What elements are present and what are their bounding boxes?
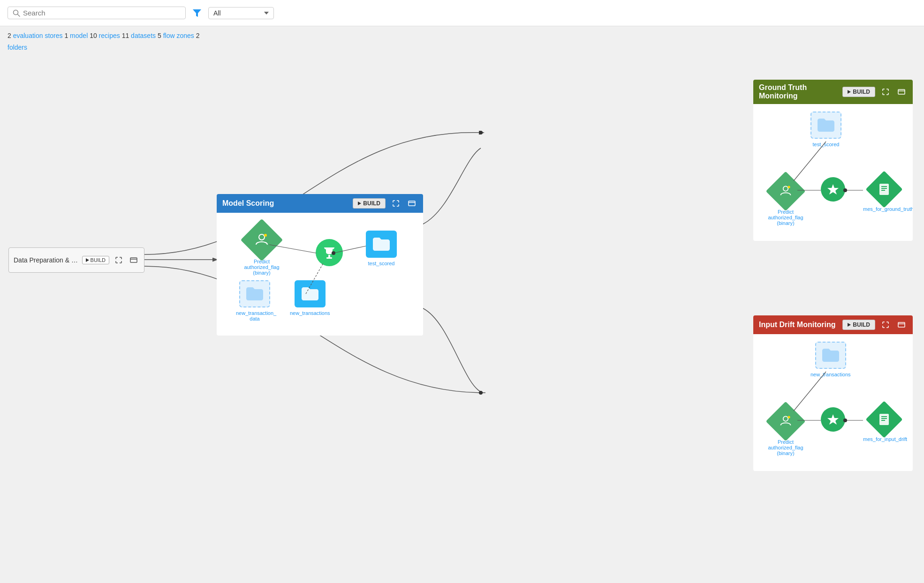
prep-build-button[interactable]: BUILD: [82, 256, 109, 264]
svg-rect-24: [879, 184, 889, 195]
gt-test-scored-label[interactable]: test_scored: [813, 142, 840, 147]
input-drift-body: new_transactions Predict authoriz: [753, 334, 913, 471]
ms-trophy-icon[interactable]: [316, 239, 343, 266]
gt-build-label: BUILD: [853, 89, 870, 95]
svg-rect-9: [409, 201, 415, 206]
id-mes-icon: [878, 412, 891, 427]
canvas: Data Preparation & Model ... BUILD Model…: [0, 55, 924, 583]
id-predict-icon: [779, 414, 792, 429]
ms-nodes: Predict authorized_flag(binary): [224, 220, 412, 328]
ms-new-transactions-node: new_transactions: [290, 280, 330, 316]
svg-line-28: [794, 142, 826, 181]
svg-point-5: [479, 131, 483, 135]
svg-point-21: [783, 187, 788, 192]
id-play-icon: [848, 323, 851, 327]
input-drift-title: Input Drift Monitoring: [759, 321, 838, 329]
folders-count: 2: [196, 32, 200, 39]
id-nodes: new_transactions Predict authoriz: [761, 342, 901, 463]
svg-marker-2: [193, 9, 201, 17]
id-trophy-node: [821, 407, 845, 432]
id-new-transactions-label[interactable]: new_transactions: [810, 372, 851, 377]
prep-expand-button[interactable]: [113, 254, 124, 266]
svg-rect-7: [130, 258, 137, 262]
eval-stores-count: 2: [8, 32, 11, 39]
ms-test-scored-folder[interactable]: [366, 231, 397, 258]
ground-truth-zone: Ground Truth Monitoring BUILD: [753, 80, 913, 241]
search-input[interactable]: [23, 9, 181, 17]
svg-marker-23: [827, 184, 839, 194]
model-scoring-build-button[interactable]: BUILD: [353, 198, 386, 209]
svg-rect-13: [328, 255, 330, 257]
input-drift-header: Input Drift Monitoring BUILD: [753, 315, 913, 334]
id-expand-button[interactable]: [880, 319, 891, 330]
prep-box-label[interactable]: Data Preparation & Model ...: [14, 256, 78, 264]
id-mes-diamond[interactable]: [865, 401, 902, 438]
ms-predict-diamond[interactable]: [241, 219, 283, 262]
svg-line-41: [794, 372, 826, 411]
gt-minimize-button[interactable]: [896, 86, 907, 97]
gt-nodes: test_scored Predict authorized_fl: [761, 112, 901, 233]
ms-predict-label[interactable]: Predict authorized_flag(binary): [238, 259, 285, 276]
flow-zones-link[interactable]: flow zones: [163, 32, 194, 39]
ground-truth-body: test_scored Predict authorized_fl: [753, 104, 913, 241]
svg-point-34: [783, 417, 788, 422]
gt-predict-label[interactable]: Predict authorized_flag (binary): [765, 209, 807, 226]
filter-icon: [192, 8, 202, 18]
id-predict-diamond[interactable]: [766, 402, 806, 441]
input-drift-build-button[interactable]: BUILD: [842, 320, 875, 330]
model-scoring-title: Model Scoring: [222, 199, 348, 208]
ms-predict-node: Predict authorized_flag(binary): [238, 225, 285, 276]
gt-predict-diamond[interactable]: [766, 172, 806, 211]
model-scoring-zone: Model Scoring BUILD: [217, 194, 423, 336]
gt-trophy-icon[interactable]: [821, 177, 845, 202]
summary-bar: 2 evaluation stores 1 model 10 recipes 1…: [0, 26, 924, 55]
ms-new-transactions-folder[interactable]: [295, 280, 326, 307]
ms-test-scored-label[interactable]: test_scored: [368, 261, 395, 266]
datasets-link[interactable]: datasets: [131, 32, 156, 39]
prep-play-icon: [86, 258, 89, 262]
gt-play-icon: [848, 90, 851, 94]
eval-stores-link[interactable]: evaluation stores: [13, 32, 63, 39]
filter-select-wrap[interactable]: All: [208, 7, 274, 19]
gt-test-scored-node: test_scored: [810, 112, 841, 147]
svg-rect-37: [879, 414, 889, 425]
flow-zones-count: 5: [158, 32, 161, 39]
chevron-down-icon: [264, 12, 269, 15]
id-predict-node: Predict authorized_flag (binary): [765, 407, 807, 456]
gt-test-scored-folder[interactable]: [810, 112, 841, 139]
gt-mes-icon: [878, 182, 891, 197]
ms-expand-button[interactable]: [390, 198, 401, 209]
gt-trophy-node: [821, 177, 845, 202]
ms-test-scored-node: test_scored: [366, 231, 397, 266]
gt-predict-icon: [779, 184, 792, 199]
search-wrap: [8, 7, 186, 19]
ms-minimize-button[interactable]: [406, 198, 417, 209]
ms-predict-icon: [254, 232, 269, 248]
model-scoring-body: Predict authorized_flag(binary): [217, 213, 423, 336]
gt-mes-diamond[interactable]: [865, 171, 902, 208]
id-minimize-button[interactable]: [896, 319, 907, 330]
filter-select-label: All: [213, 9, 261, 17]
prep-box: Data Preparation & Model ... BUILD: [8, 247, 144, 273]
folders-link[interactable]: folders: [8, 44, 27, 51]
ground-truth-header: Ground Truth Monitoring BUILD: [753, 80, 913, 104]
toolbar: All: [0, 0, 924, 26]
ms-transaction-data-folder[interactable]: [239, 280, 270, 307]
id-trophy-icon[interactable]: [821, 407, 845, 432]
filter-icon-wrap: [189, 6, 204, 21]
id-new-transactions-folder[interactable]: [815, 342, 846, 369]
ms-new-transaction-data-node: new_transaction_ data: [236, 280, 273, 321]
ms-transaction-data-label[interactable]: new_transaction_ data: [236, 310, 273, 321]
ms-new-transactions-label[interactable]: new_transactions: [290, 310, 330, 316]
id-predict-label[interactable]: Predict authorized_flag (binary): [765, 439, 807, 456]
gt-predict-node: Predict authorized_flag (binary): [765, 177, 807, 226]
model-link[interactable]: model: [70, 32, 88, 39]
ground-truth-build-button[interactable]: BUILD: [842, 87, 875, 97]
prep-minimize-button[interactable]: [128, 254, 139, 266]
gt-expand-button[interactable]: [880, 86, 891, 97]
ms-play-icon: [358, 202, 361, 205]
recipes-link[interactable]: recipes: [99, 32, 120, 39]
id-mes-node: mes_for_input_drift: [863, 406, 905, 442]
model-count: 1: [64, 32, 68, 39]
recipes-count: 10: [90, 32, 97, 39]
